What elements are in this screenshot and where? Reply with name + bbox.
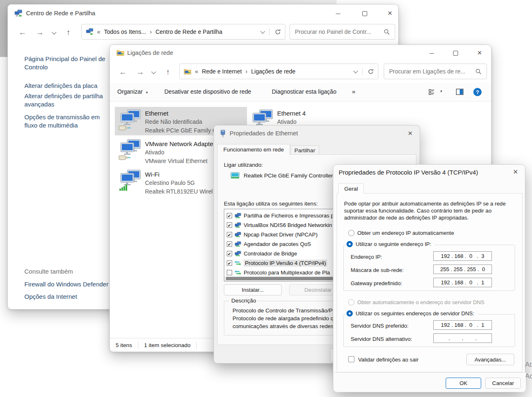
toolbar-overflow-chevron[interactable]: » <box>352 88 355 95</box>
close-button[interactable]: × <box>510 168 521 175</box>
sidebar-item-media-streaming[interactable]: Opções de transmissão em fluxo de multim… <box>24 113 114 129</box>
close-button[interactable]: × <box>405 129 416 137</box>
minimize-button[interactable] <box>332 10 343 17</box>
window-title: Ligações de rede <box>127 50 173 56</box>
checkbox-checked[interactable]: ✔ <box>227 213 232 218</box>
forward-button[interactable]: → <box>36 28 44 36</box>
check-icon: ✔ <box>228 232 231 237</box>
view-mode-icon[interactable] <box>429 89 436 97</box>
checkbox-checked[interactable]: ✔ <box>227 251 232 256</box>
background-text-fragment: At <box>525 361 532 369</box>
refresh-icon[interactable] <box>275 29 281 35</box>
search-input[interactable]: Procurar em Ligações de re... <box>384 64 487 79</box>
search-input[interactable]: Procurar no Painel de Contr... <box>290 24 395 40</box>
address-dropdown-chevron-icon[interactable] <box>260 29 265 33</box>
connection-device: Realtek RTL8192EU Wirel <box>145 187 213 196</box>
radio-icon-selected[interactable] <box>347 241 353 247</box>
close-button[interactable]: × <box>385 9 395 17</box>
advanced-button[interactable]: Avançadas... <box>466 354 514 365</box>
tab-networking[interactable]: Funcionamento em rede <box>217 144 290 155</box>
install-button[interactable]: Instalar... <box>224 284 282 295</box>
check-icon: ✔ <box>228 213 231 218</box>
back-button[interactable]: ← <box>119 68 127 76</box>
sidebar-item-windows-firewall[interactable]: Firewall do Windows Defender <box>24 280 108 288</box>
radio-icon-unselected[interactable] <box>348 230 354 236</box>
titlebar[interactable]: Propriedades de Protocolo IP Versão 4 (T… <box>333 165 525 181</box>
close-button[interactable]: × <box>474 49 485 56</box>
address-dropdown-chevron-icon[interactable] <box>353 69 358 73</box>
close-icon: × <box>513 168 518 176</box>
network-center-icon <box>14 9 22 19</box>
check-icon: ✔ <box>228 242 231 247</box>
preferred-dns-field[interactable]: 192 . 168 . 0 . 1 <box>433 320 492 330</box>
view-mode-caret-icon[interactable]: ▾ <box>440 89 442 93</box>
radio-use-static-ip[interactable]: Utilizar o seguinte endereço IP: <box>347 241 435 247</box>
checkbox-unchecked[interactable] <box>227 270 232 275</box>
search-icon <box>384 29 390 35</box>
breadcrumb-root[interactable]: Todos os Itens... <box>104 28 146 35</box>
preview-pane-icon[interactable] <box>456 89 463 97</box>
titlebar[interactable]: Propriedades de Ethernet × <box>214 125 420 143</box>
help-icon[interactable]: ? <box>473 88 482 96</box>
titlebar[interactable]: Centro de Rede e Partilha × <box>8 5 398 23</box>
sidebar-item-control-panel-home[interactable]: Página Principal do Painel de Controlo <box>24 55 114 71</box>
checkbox-checked[interactable]: ✔ <box>227 232 232 237</box>
breadcrumb-root[interactable]: Rede e Internet <box>202 68 242 75</box>
cancel-button[interactable]: Cancelar <box>485 378 521 389</box>
back-button[interactable]: ← <box>19 28 26 36</box>
ip-address-field[interactable]: 192 . 168 . 0 . 3 <box>433 251 492 261</box>
item-label: Protocolo IP Versão 4 (TCP/IPv4) <box>244 260 327 267</box>
recent-locations-chevron-icon[interactable] <box>151 69 156 74</box>
divider <box>362 68 363 75</box>
address-bar[interactable]: « Rede e Internet › Ligações de rede <box>179 64 378 79</box>
maximize-button[interactable] <box>359 10 370 17</box>
titlebar[interactable]: Ligações de rede × <box>110 45 491 61</box>
maximize-button[interactable] <box>450 50 461 57</box>
divider <box>196 342 197 349</box>
connection-name: Wi-Fi <box>145 170 159 179</box>
subnet-mask-label: Máscara de sub-rede: <box>351 267 404 273</box>
minimize-button[interactable] <box>426 50 437 57</box>
ethernet-connection-icon <box>118 139 141 162</box>
dropdown-caret-icon: ▾ <box>146 90 148 95</box>
default-gateway-field[interactable]: 192 . 168 . 0 . 1 <box>433 278 492 287</box>
breadcrumb-separator-icon: › <box>147 28 155 35</box>
window-title: Centro de Rede e Partilha <box>26 10 95 17</box>
connection-name: Ethernet 4 <box>277 109 306 118</box>
sidebar-item-advanced-sharing[interactable]: Alterar definições de partilha avançadas <box>24 92 114 108</box>
checkbox-checked[interactable]: ✔ <box>227 222 232 228</box>
sidebar-item-internet-options[interactable]: Opções da Internet <box>24 293 77 301</box>
minimize-icon <box>430 53 434 54</box>
radio-label: Obter um endereço IP automaticamente <box>357 230 454 236</box>
radio-obtain-ip-auto[interactable]: Obter um endereço IP automaticamente <box>348 230 457 236</box>
disable-device-button[interactable]: Desativar este dispositivo de rede <box>164 88 251 95</box>
subnet-mask-field[interactable]: 255 . 255 . 255 . 0 <box>433 265 492 274</box>
network-center-icon <box>86 28 93 35</box>
dialog-footer: OK Cancelar <box>333 372 526 392</box>
checkbox-checked[interactable]: ✔ <box>227 241 232 247</box>
recent-locations-chevron-icon[interactable] <box>52 30 56 34</box>
network-adapter-icon <box>230 172 240 181</box>
radio-label: Utilizar os seguintes endereços de servi… <box>356 310 474 317</box>
up-button[interactable]: ↑ <box>66 28 71 36</box>
checkbox-checked[interactable]: ✔ <box>227 260 232 266</box>
radio-icon-selected[interactable] <box>347 310 353 317</box>
breadcrumb-current[interactable]: Ligações de rede <box>251 68 295 75</box>
screen: Esc At Ac Centro de Rede e Partilha × ← … <box>0 0 532 397</box>
organize-menu-button[interactable]: Organizar ▾ <box>117 88 148 95</box>
breadcrumb-current[interactable]: Centro de Rede e Partilha <box>155 28 222 35</box>
radio-use-static-dns[interactable]: Utilizar os seguintes endereços de servi… <box>347 310 477 317</box>
address-bar[interactable]: « Todos os Itens... › Centro de Rede e P… <box>81 24 285 40</box>
alternate-dns-field[interactable]: . . . <box>433 333 492 343</box>
forward-button[interactable]: → <box>136 68 144 76</box>
tab-sharing[interactable]: Partilhar <box>290 145 319 155</box>
validate-checkbox[interactable] <box>348 356 354 362</box>
dialog-title: Propriedades de Protocolo IP Versão 4 (T… <box>339 169 478 176</box>
ok-button[interactable]: OK <box>446 378 481 389</box>
sidebar-item-change-adapter-settings[interactable]: Alterar definições da placa <box>24 82 114 90</box>
radio-label: Utilizar o seguinte endereço IP: <box>356 241 431 247</box>
refresh-icon[interactable] <box>368 69 374 75</box>
tab-general[interactable]: Geral <box>338 183 364 194</box>
diagnose-connection-button[interactable]: Diagnosticar esta ligação <box>272 88 336 95</box>
up-button[interactable]: ↑ <box>166 68 170 76</box>
